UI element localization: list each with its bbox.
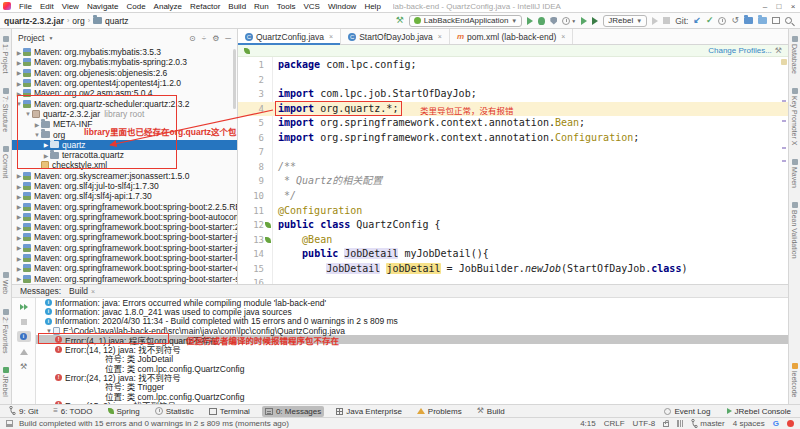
hide-panel-icon[interactable]: ─ [225, 34, 231, 43]
message-row[interactable]: iInformation: 2020/4/30 11:34 - Build co… [36, 317, 788, 326]
lock-icon[interactable] [663, 422, 669, 427]
profiler-button[interactable]: ▼ [562, 17, 576, 25]
change-profiles-link[interactable]: Change Profiles... ⚒ [708, 46, 782, 55]
menu-tools[interactable]: Tools [273, 2, 300, 11]
indent-setting[interactable]: 4 spaces [733, 419, 765, 428]
tool-stripe-button-jrebel[interactable]: JRebel [2, 367, 9, 397]
code-line[interactable]: 5import org.springframework.context.anno… [238, 116, 788, 131]
tool-window-tab-9-git[interactable]: 9: Git [6, 406, 41, 417]
jrebel-run-button[interactable] [581, 17, 587, 25]
tree-item[interactable]: ▶terracotta.quartz [12, 150, 237, 160]
code-line[interactable]: 7 [238, 145, 788, 160]
tree-item[interactable]: ▶Maven: org.ow2.asm:asm:5.0.4 [12, 88, 237, 98]
code-line[interactable]: 3import com.lpc.job.StartOfDayJob; [238, 87, 788, 102]
editor-tab[interactable]: mpom.xml (lab-back-end)× [450, 29, 574, 44]
maximize-button[interactable]: □ [772, 2, 786, 11]
jrebel-console-button[interactable]: JRebel Console [724, 406, 794, 417]
chevron-expanded-icon[interactable]: ▼ [33, 132, 41, 138]
chevron-collapsed-icon[interactable]: ▶ [15, 255, 23, 262]
revert-button[interactable]: ↺ [731, 16, 739, 25]
code-line[interactable]: 15 JobDetail jobDetail = JobBuilder.newJ… [238, 262, 788, 277]
menu-help[interactable]: Help [360, 2, 384, 11]
breadcrumb-item[interactable]: org [72, 16, 84, 26]
file-encoding[interactable]: UTF-8 [633, 419, 656, 428]
chevron-collapsed-icon[interactable]: ▶ [15, 80, 23, 87]
tool-window-tab-spring[interactable]: Spring [105, 406, 143, 417]
chevron-collapsed-icon[interactable]: ▶ [15, 203, 23, 210]
editor-tab[interactable]: CStartOfDayJob.java× [341, 29, 450, 44]
breadcrumb-item[interactable]: quartz [105, 16, 129, 26]
tree-item[interactable]: ▶Maven: org.springframework.boot:spring-… [12, 222, 237, 232]
chevron-collapsed-icon[interactable]: ▶ [15, 224, 23, 231]
history-button[interactable] [718, 17, 726, 25]
message-row[interactable]: iInformation: javac 1.8.0_241 was used t… [36, 307, 788, 316]
jrebel-debug-button[interactable] [592, 17, 598, 25]
tool-stripe-button-leetcode[interactable]: leetcode [791, 363, 798, 397]
tree-item[interactable]: ▼Maven: org.quartz-scheduler:quartz:2.3.… [12, 98, 237, 108]
run-button[interactable] [527, 17, 533, 25]
menu-file[interactable]: File [15, 2, 36, 11]
tree-item[interactable]: ▶Maven: org.springframework.boot:spring-… [12, 201, 237, 211]
coverage-button[interactable] [550, 17, 557, 25]
notification-bell-icon[interactable] [787, 420, 794, 427]
code-line[interactable]: 1package com.lpc.config; [238, 58, 788, 73]
code-line[interactable]: 2 [238, 73, 788, 88]
tree-item[interactable]: ▶Maven: org.slf4j:slf4j-api:1.7.30 [12, 191, 237, 201]
chevron-expanded-icon[interactable]: ▼ [45, 328, 53, 334]
tree-item[interactable]: ▶Maven: org.springframework.boot:spring-… [12, 253, 237, 263]
tool-window-tab-6-todo[interactable]: ≡6: TODO [50, 406, 95, 417]
git-commit-button[interactable]: ✓ [706, 16, 714, 25]
event-log-button[interactable]: Event Log [661, 406, 713, 417]
translation-plugin-icon[interactable]: G [773, 419, 779, 428]
message-row[interactable]: iInformation: java: Errors occurred whil… [36, 298, 788, 307]
chevron-collapsed-icon[interactable]: ▶ [15, 234, 23, 241]
tree-item[interactable]: ▶Maven: org.opentest4j:opentest4j:1.2.0 [12, 78, 237, 88]
tree-item[interactable]: ▶Maven: org.springframework.boot:spring-… [12, 243, 237, 253]
chevron-collapsed-icon[interactable]: ▶ [15, 275, 23, 282]
editor-tab[interactable]: CQuartzConfig.java× [238, 29, 341, 44]
code-editor[interactable]: 1package com.lpc.config;23import com.lpc… [238, 57, 788, 284]
menu-analyze[interactable]: Analyze [150, 2, 186, 11]
tool-window-tab-build[interactable]: ⚒Build [474, 406, 508, 417]
build-hammer-icon[interactable]: ⚒ [396, 16, 404, 25]
tree-item[interactable]: checkstyle.xml [12, 160, 237, 170]
messages-build-tab[interactable]: Build × [69, 286, 95, 296]
chevron-collapsed-icon[interactable]: ▶ [42, 152, 50, 159]
gear-icon[interactable]: ⚙ [212, 34, 219, 43]
menu-code[interactable]: Code [122, 2, 149, 11]
chevron-collapsed-icon[interactable]: ▶ [15, 90, 23, 97]
tool-windows-toggle-icon[interactable] [6, 420, 13, 427]
run-configuration-select[interactable]: LabBackEndApplication ▼ [409, 15, 522, 27]
code-line[interactable]: 8/** [238, 160, 788, 175]
tree-item[interactable]: ▶Maven: org.springframework.boot:spring-… [12, 274, 237, 284]
tree-item[interactable]: ▶Maven: org.springframework.boot:spring-… [12, 212, 237, 222]
tree-item[interactable]: ▶Maven: org.slf4j:jul-to-slf4j:1.7.30 [12, 181, 237, 191]
warning-filter-button[interactable] [17, 346, 31, 357]
tool-stripe-button-2-favorites[interactable]: 2: Favorites [2, 309, 9, 354]
tree-item[interactable]: ▼org [12, 129, 237, 139]
code-line[interactable]: 12public class QuartzConfig { [238, 218, 788, 233]
tree-item[interactable]: ▶Maven: org.springframework.boot:spring-… [12, 263, 237, 273]
tree-item[interactable]: ▶Maven: org.skyscreamer:jsonassert:1.5.0 [12, 171, 237, 181]
breadcrumb-item[interactable]: quartz-2.3.2.jar [4, 16, 64, 26]
project-scrollbar[interactable] [233, 49, 236, 109]
chevron-collapsed-icon[interactable]: ▶ [15, 265, 23, 272]
jrebel-select[interactable]: JRebel ▼ [603, 15, 647, 27]
close-button[interactable]: × [786, 2, 800, 11]
tree-item[interactable]: ▶Maven: org.mybatis:mybatis-spring:2.0.3 [12, 57, 237, 67]
chevron-collapsed-icon[interactable]: ▶ [15, 244, 23, 251]
restore-layout-icon[interactable] [772, 17, 780, 24]
menu-edit[interactable]: Edit [36, 2, 58, 11]
info-filter-button[interactable]: i [17, 331, 31, 342]
menu-vcs[interactable]: VCS [299, 2, 323, 11]
code-line[interactable]: 10 */ [238, 189, 788, 204]
code-line[interactable]: 4import org.quartz.*; [238, 102, 788, 117]
line-ending[interactable]: CRLF [604, 419, 625, 428]
code-line[interactable]: 16 [238, 276, 788, 284]
chevron-collapsed-icon[interactable]: ▶ [33, 121, 41, 128]
tool-stripe-button-maven[interactable]: Maven [791, 159, 798, 188]
chevron-collapsed-icon[interactable]: ▶ [15, 59, 23, 66]
tool-window-tab-statistic[interactable]: Statistic [152, 406, 197, 417]
tree-item[interactable]: ▶quartz [12, 140, 237, 150]
tool-stripe-button-web[interactable]: Web [2, 272, 9, 294]
